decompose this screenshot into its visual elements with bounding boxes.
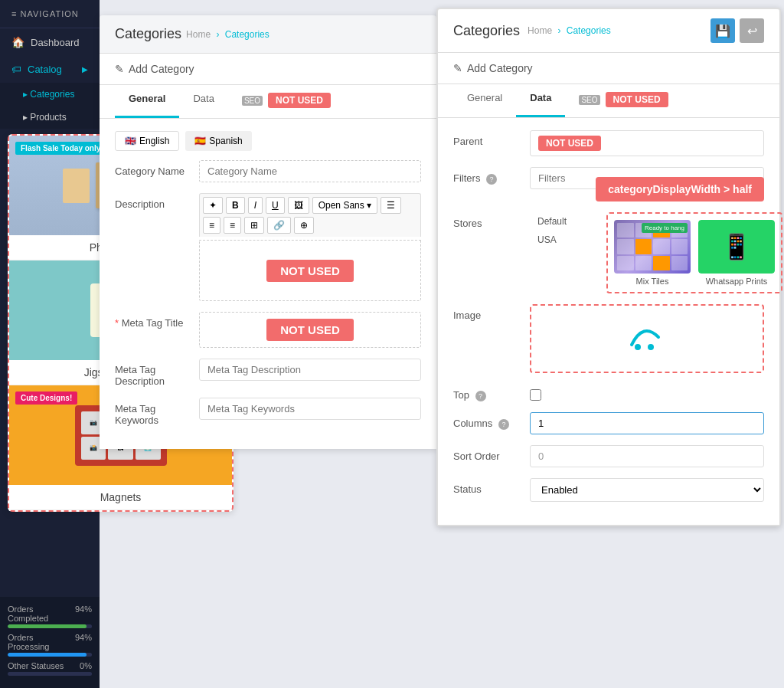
lang-tabs: 🇬🇧 English 🇪🇸 Spanish [115,131,421,151]
lang-tab-english[interactable]: 🇬🇧 English [115,131,179,151]
store-thumb-whatsapp[interactable]: 📱 Whatsapp Prints [698,220,775,286]
right-tab-bar: General Data SEO NOT USED [438,84,779,118]
category-name-input[interactable] [199,160,421,182]
breadcrumb-current: Categories [225,29,270,40]
breadcrumb-home[interactable]: Home [186,29,211,40]
columns-info-icon[interactable]: ? [498,419,509,430]
sidebar-stats: Orders Completed 94% Orders Processing 9… [0,597,100,688]
stat-fill-0 [8,624,87,628]
category-name-wrap [199,160,421,182]
right-form-body: Parent NOT USED Filters ? categoryDispla… [438,118,779,525]
right-seo-tag: SEO [579,95,599,105]
mix-tiles-label: Mix Tiles [614,277,691,286]
sidebar-item-catalog[interactable]: 🏷 Catalog ▶ [0,56,100,83]
editor-underline-btn[interactable]: U [266,197,285,214]
top-info-icon[interactable]: ? [475,391,486,401]
whatsapp-image: 📱 [698,220,775,274]
annotation-box: categoryDisplayWidth > half [596,177,764,201]
sidebar-item-products[interactable]: Products [0,106,100,129]
editor-bold-btn[interactable]: B [226,197,245,214]
columns-row: Columns ? [453,412,764,434]
right-tab-general[interactable]: General [453,84,516,117]
editor-magic-btn[interactable]: ✦ [203,197,223,214]
columns-input[interactable] [530,412,764,434]
left-form-body: 🇬🇧 English 🇪🇸 Spanish Category Name Desc… [100,119,436,449]
left-panel-title: Categories [115,26,181,42]
editor-image-btn[interactable]: 🖼 [288,197,309,214]
meta-tag-title-label: * Meta Tag Title [115,312,199,329]
back-button[interactable]: ↩ [740,18,764,43]
flash-sale-badge: Flash Sale Today only! [15,142,109,155]
stat-row-0: Orders Completed 94% [8,604,92,628]
right-breadcrumb: Home › Categories [528,25,611,36]
stat-value-1: 94% [75,633,92,651]
description-editor[interactable]: NOT USED [199,240,421,301]
category-name-label: Category Name [115,160,199,177]
parent-row: Parent NOT USED [453,130,764,156]
image-upload-area[interactable] [530,304,764,373]
editor-embed-btn[interactable]: ⊕ [294,217,314,234]
status-row: Status Enabled Disabled [453,478,764,502]
left-tab-bar: General Data SEO NOT USED [100,85,436,119]
right-breadcrumb-home[interactable]: Home [528,25,552,36]
editor-list-btn[interactable]: ☰ [381,197,401,214]
editor-font-btn[interactable]: Open Sans ▾ [312,197,377,214]
tab-general[interactable]: General [115,85,179,118]
nav-header: ≡ NAVIGATION [0,0,100,28]
stat-row-2: Other Statuses 0% [8,661,92,676]
sidebar-item-dashboard[interactable]: 🏠 Dashboard [0,28,100,56]
lang-spanish-label: Spanish [209,136,242,146]
editor-align-btn[interactable]: ≡ [224,217,241,234]
store-default: Default [530,212,606,231]
right-add-category-label: Add Category [467,62,533,74]
stat-row-1: Orders Processing 94% [8,633,92,657]
editor-table-btn[interactable]: ⊞ [244,217,264,234]
meta-tag-kw-input[interactable] [199,398,421,420]
status-select[interactable]: Enabled Disabled [530,478,764,502]
magnets-badge: Cute Designs! [15,392,77,405]
stat-fill-1 [8,653,87,657]
meta-tag-desc-input[interactable] [199,359,421,381]
parent-label: Parent [453,130,530,147]
right-tab-data[interactable]: Data [516,84,565,117]
meta-tag-desc-row: Meta Tag Description [115,359,421,387]
tab-seo[interactable]: SEO NOT USED [228,85,345,118]
stores-section: Default USA [530,212,782,293]
stat-label-0: Orders Completed [8,604,75,623]
image-label: Image [453,304,530,321]
meta-tag-title-wrap: NOT USED [199,312,421,348]
svg-point-1 [648,344,654,350]
svg-point-0 [635,344,641,350]
sort-order-row: Sort Order [453,445,764,467]
right-title-area: Categories Home › Categories [453,23,611,39]
stat-bar-1 [8,653,92,657]
right-panel-header: Categories Home › Categories 💾 ↩ [438,9,779,53]
sidebar-item-categories[interactable]: Categories [0,83,100,106]
editor-link-btn[interactable]: 🔗 [267,217,291,234]
stat-value-2: 0% [80,661,92,670]
dashboard-icon: 🏠 [11,36,24,48]
image-row: Image [453,304,764,373]
sort-order-input[interactable] [530,445,764,467]
meta-tag-title-not-used: NOT USED [266,319,354,341]
store-thumb-mix-tiles[interactable]: Ready to hang Mix Tiles [614,220,691,286]
upload-icon [624,318,670,359]
add-category-label: Add Category [129,63,194,75]
parent-control: NOT USED [530,130,764,156]
stat-value-0: 94% [75,604,92,623]
top-row: Top ? [453,384,764,401]
parent-not-used: NOT USED [538,136,601,151]
top-checkbox[interactable] [530,389,541,401]
save-button[interactable]: 💾 [710,18,735,43]
block-small [63,169,90,203]
right-tab-seo[interactable]: SEO NOT USED [565,84,681,117]
tab-data[interactable]: Data [179,85,227,118]
editor-italic-btn[interactable]: I [248,197,263,214]
sidebar-submenu: Categories Products [0,83,100,129]
right-add-category-bar: ✎ Add Category [438,53,779,84]
description-not-used: NOT USED [266,260,354,282]
lang-tab-spanish[interactable]: 🇪🇸 Spanish [185,131,251,151]
filters-info-icon[interactable]: ? [486,174,497,185]
filters-label: Filters ? [453,167,530,185]
editor-ol-btn[interactable]: ≡ [203,217,220,234]
